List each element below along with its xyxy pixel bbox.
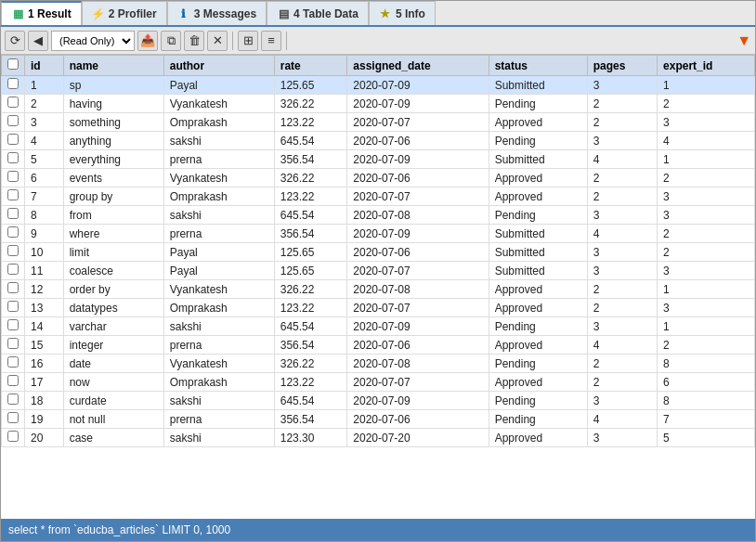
cell-status[interactable]: Pending	[489, 206, 587, 225]
cell-author[interactable]: Omprakash	[163, 187, 274, 206]
cell-name[interactable]: everything	[63, 150, 163, 169]
header-name[interactable]: name	[63, 56, 163, 76]
cell-expert_id[interactable]: 3	[658, 187, 755, 206]
cell-status[interactable]: Approved	[489, 299, 587, 317]
cell-name[interactable]: curdate	[63, 392, 163, 410]
cell-expert_id[interactable]: 3	[658, 206, 755, 225]
cell-author[interactable]: Payal	[163, 243, 274, 262]
cell-expert_id[interactable]: 2	[658, 243, 755, 262]
cell-expert_id[interactable]: 2	[658, 336, 755, 355]
cell-pages[interactable]: 3	[587, 317, 657, 336]
cell-pages[interactable]: 2	[587, 299, 657, 317]
tab-info[interactable]: ★ 5 Info	[369, 1, 436, 25]
cell-id[interactable]: 7	[25, 187, 64, 206]
cell-status[interactable]: Pending	[489, 410, 587, 429]
cell-name[interactable]: coalesce	[63, 262, 163, 280]
cell-id[interactable]: 12	[25, 280, 64, 299]
cell-expert_id[interactable]: 1	[658, 280, 755, 299]
cell-expert_id[interactable]: 3	[658, 113, 755, 132]
cell-expert_id[interactable]: 1	[658, 76, 755, 95]
cell-assigned_date[interactable]: 2020-07-07	[347, 113, 489, 132]
export-button[interactable]: 📤	[137, 31, 158, 51]
header-expert-id[interactable]: expert_id	[658, 56, 755, 76]
cell-rate[interactable]: 123.22	[274, 113, 347, 132]
cell-pages[interactable]: 3	[587, 392, 657, 410]
row-checkbox[interactable]	[7, 319, 19, 330]
cell-rate[interactable]: 125.65	[274, 76, 347, 95]
filter-icon[interactable]: ▼	[736, 32, 751, 49]
cell-status[interactable]: Approved	[489, 169, 587, 187]
row-checkbox[interactable]	[7, 226, 19, 238]
cell-assigned_date[interactable]: 2020-07-07	[347, 187, 489, 206]
cell-status[interactable]: Pending	[489, 95, 587, 113]
cell-author[interactable]: Payal	[163, 76, 274, 95]
cell-author[interactable]: sakshi	[163, 132, 274, 150]
cell-author[interactable]: Vyankatesh	[163, 169, 274, 187]
cell-name[interactable]: events	[63, 169, 163, 187]
cell-rate[interactable]: 356.54	[274, 336, 347, 355]
row-checkbox[interactable]	[7, 189, 19, 200]
cell-name[interactable]: case	[63, 429, 163, 447]
cell-rate[interactable]: 326.22	[274, 280, 347, 299]
cell-author[interactable]: Vyankatesh	[163, 280, 274, 299]
clear-button[interactable]: ✕	[207, 31, 228, 51]
row-checkbox[interactable]	[7, 375, 19, 386]
cell-author[interactable]: prerna	[163, 410, 274, 429]
cell-author[interactable]: Omprakash	[163, 299, 274, 317]
cell-status[interactable]: Submitted	[489, 243, 587, 262]
cell-expert_id[interactable]: 3	[658, 262, 755, 280]
cell-pages[interactable]: 4	[587, 410, 657, 429]
cell-id[interactable]: 20	[25, 429, 64, 447]
cell-id[interactable]: 3	[25, 113, 64, 132]
cell-name[interactable]: group by	[63, 187, 163, 206]
cell-name[interactable]: not null	[63, 410, 163, 429]
cell-assigned_date[interactable]: 2020-07-09	[347, 225, 489, 243]
cell-name[interactable]: date	[63, 355, 163, 373]
cell-rate[interactable]: 125.65	[274, 243, 347, 262]
cell-status[interactable]: Approved	[489, 373, 587, 392]
row-checkbox[interactable]	[7, 97, 19, 108]
cell-rate[interactable]: 125.65	[274, 262, 347, 280]
cell-assigned_date[interactable]: 2020-07-08	[347, 280, 489, 299]
cell-expert_id[interactable]: 2	[658, 95, 755, 113]
cell-pages[interactable]: 3	[587, 262, 657, 280]
cell-name[interactable]: anything	[63, 132, 163, 150]
cell-pages[interactable]: 2	[587, 373, 657, 392]
cell-status[interactable]: Approved	[489, 336, 587, 355]
cell-author[interactable]: sakshi	[163, 206, 274, 225]
cell-author[interactable]: sakshi	[163, 429, 274, 447]
header-assigned-date[interactable]: assigned_date	[347, 56, 489, 76]
cell-name[interactable]: datatypes	[63, 299, 163, 317]
cell-assigned_date[interactable]: 2020-07-06	[347, 169, 489, 187]
cell-name[interactable]: where	[63, 225, 163, 243]
cell-pages[interactable]: 4	[587, 336, 657, 355]
cell-id[interactable]: 14	[25, 317, 64, 336]
cell-name[interactable]: varchar	[63, 317, 163, 336]
cell-name[interactable]: from	[63, 206, 163, 225]
row-checkbox[interactable]	[7, 301, 19, 312]
cell-id[interactable]: 17	[25, 373, 64, 392]
cell-author[interactable]: Omprakash	[163, 113, 274, 132]
cell-name[interactable]: sp	[63, 76, 163, 95]
cell-pages[interactable]: 3	[587, 76, 657, 95]
cell-expert_id[interactable]: 8	[658, 392, 755, 410]
cell-status[interactable]: Pending	[489, 317, 587, 336]
refresh-button[interactable]: ⟳	[5, 31, 25, 51]
cell-pages[interactable]: 3	[587, 132, 657, 150]
cell-status[interactable]: Submitted	[489, 225, 587, 243]
cell-status[interactable]: Approved	[489, 187, 587, 206]
cell-pages[interactable]: 2	[587, 355, 657, 373]
cell-name[interactable]: having	[63, 95, 163, 113]
cell-author[interactable]: sakshi	[163, 392, 274, 410]
cell-pages[interactable]: 2	[587, 169, 657, 187]
cell-rate[interactable]: 645.54	[274, 132, 347, 150]
row-checkbox[interactable]	[7, 394, 19, 405]
cell-author[interactable]: Omprakash	[163, 373, 274, 392]
form-button[interactable]: ≡	[261, 31, 281, 51]
header-id[interactable]: id	[25, 56, 64, 76]
grid-button[interactable]: ⊞	[238, 31, 258, 51]
cell-name[interactable]: limit	[63, 243, 163, 262]
cell-id[interactable]: 5	[25, 150, 64, 169]
row-checkbox[interactable]	[7, 356, 19, 368]
cell-assigned_date[interactable]: 2020-07-06	[347, 410, 489, 429]
